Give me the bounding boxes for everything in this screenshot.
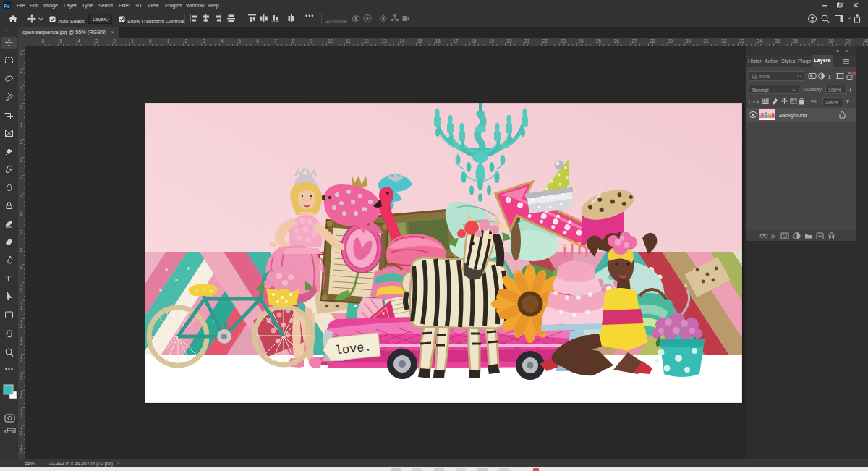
svg-text:T: T	[827, 73, 832, 80]
svg-text:T: T	[6, 273, 12, 284]
svg-text:fx: fx	[771, 233, 775, 239]
svg-text:Ps: Ps	[4, 4, 10, 9]
